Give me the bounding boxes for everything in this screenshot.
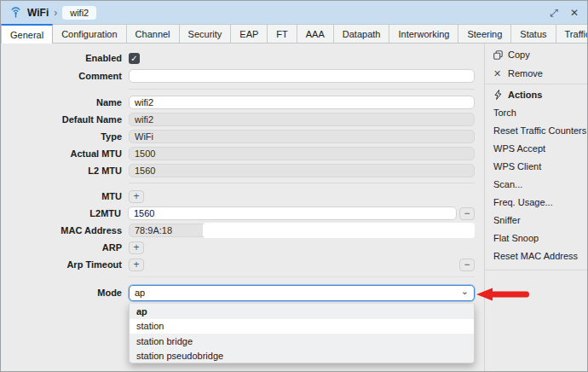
remove-button[interactable]: ✕ Remove	[485, 64, 588, 83]
enabled-checkbox[interactable]: ✓	[129, 53, 140, 64]
action-freq-usage[interactable]: Freq. Usage...	[485, 193, 588, 211]
actual-mtu-field	[129, 147, 475, 160]
sidebar-separator	[485, 270, 588, 270]
tab-channel[interactable]: Channel	[127, 24, 180, 43]
arp-timeout-add-button[interactable]: +	[129, 259, 144, 271]
mac-address-label: MAC Address	[1, 225, 122, 235]
arp-timeout-row: Arp Timeout + −	[1, 257, 475, 272]
mtu-label: MTU	[1, 191, 122, 201]
mode-option-station-bridge[interactable]: station bridge	[130, 334, 474, 349]
comment-input[interactable]	[129, 69, 475, 83]
l2-mtu-row: L2 MTU	[1, 163, 475, 178]
form-separator	[129, 183, 475, 183]
name-row: Name	[1, 95, 475, 110]
type-field	[129, 130, 475, 143]
name-label: Name	[1, 97, 122, 108]
action-flat-snoop[interactable]: Flat Snoop	[485, 229, 588, 247]
tab-status[interactable]: Status	[511, 24, 556, 43]
restore-icon[interactable]: ⤢	[550, 8, 558, 18]
general-form: Enabled ✓ Comment Name Default Name	[1, 44, 484, 372]
red-arrow-annotation	[476, 287, 531, 305]
action-wps-client[interactable]: WPS Client	[485, 157, 588, 175]
mode-dropdown-list: ap station station bridge station pseudo…	[129, 304, 475, 363]
arp-timeout-remove-button[interactable]: −	[459, 259, 475, 271]
l2mtu-row: L2MTU −	[1, 206, 475, 221]
tab-steering[interactable]: Steering	[458, 24, 511, 43]
mode-select-value: ap	[135, 288, 145, 298]
action-reset-traffic-counters[interactable]: Reset Traffic Counters	[485, 121, 588, 139]
arp-add-button[interactable]: +	[129, 241, 144, 254]
comment-row: Comment	[1, 68, 475, 84]
sidebar-separator	[485, 84, 588, 84]
mac-address-row: MAC Address	[1, 223, 475, 238]
breadcrumb-root[interactable]: WiFi	[27, 7, 49, 19]
mode-option-station[interactable]: station	[130, 319, 474, 334]
actual-mtu-label: Actual MTU	[1, 148, 122, 159]
mode-select[interactable]: ap ⌄	[129, 285, 475, 301]
mtu-row: MTU +	[1, 189, 475, 204]
name-input[interactable]	[129, 96, 475, 109]
arp-row: ARP +	[1, 240, 475, 255]
l2-mtu-field	[129, 164, 475, 177]
arp-label: ARP	[1, 242, 122, 253]
action-wps-accept[interactable]: WPS Accept	[485, 139, 588, 157]
mtu-add-button[interactable]: +	[129, 190, 144, 203]
default-name-row: Default Name	[1, 112, 475, 127]
action-reset-mac-address[interactable]: Reset MAC Address	[485, 247, 588, 264]
copy-button[interactable]: Copy	[485, 45, 588, 64]
action-torch[interactable]: Torch	[485, 103, 588, 121]
action-sniffer[interactable]: Sniffer	[485, 211, 588, 229]
mode-option-station-pseudobridge[interactable]: station pseudobridge	[130, 349, 474, 364]
mode-option-ap[interactable]: ap	[130, 304, 474, 319]
redaction-box	[203, 223, 475, 238]
breadcrumb-separator: ›	[54, 7, 57, 19]
mode-label: Mode	[1, 288, 122, 298]
type-label: Type	[1, 131, 122, 142]
comment-label: Comment	[1, 71, 122, 81]
tab-security[interactable]: Security	[180, 24, 232, 43]
tab-configuration[interactable]: Configuration	[53, 24, 126, 43]
actions-lightning-icon	[493, 90, 508, 100]
mode-row: Mode ap ⌄	[1, 284, 475, 301]
tab-interworking[interactable]: Interworking	[389, 24, 458, 43]
form-separator	[129, 89, 475, 90]
l2mtu-remove-button[interactable]: −	[459, 207, 475, 220]
tab-traffic[interactable]: Traffic	[556, 24, 588, 43]
type-row: Type	[1, 129, 475, 144]
tab-ft[interactable]: FT	[268, 24, 297, 43]
enabled-row: Enabled ✓	[1, 50, 475, 66]
actions-header-label: Actions	[508, 90, 542, 100]
title-bar: WiFi › wifi2 ⤢ ✕	[1, 1, 587, 24]
remove-icon: ✕	[493, 68, 508, 79]
l2mtu-input[interactable]	[128, 206, 457, 220]
tab-eap[interactable]: EAP	[231, 24, 268, 43]
l2mtu-label: L2MTU	[1, 208, 121, 218]
actions-header: Actions	[485, 85, 588, 103]
tab-aaa[interactable]: AAA	[297, 24, 334, 43]
wifi-antenna-icon	[9, 6, 22, 19]
breadcrumb-current: wifi2	[62, 6, 96, 20]
tab-bar: General Configuration Channel Security E…	[1, 24, 587, 44]
copy-icon	[493, 50, 508, 60]
default-name-field	[129, 113, 475, 126]
copy-label: Copy	[508, 49, 530, 60]
tab-datapath[interactable]: Datapath	[334, 24, 390, 43]
chevron-down-icon: ⌄	[461, 286, 469, 297]
close-icon[interactable]: ✕	[570, 8, 579, 18]
arp-timeout-label: Arp Timeout	[1, 259, 122, 270]
form-separator	[129, 276, 475, 277]
enabled-label: Enabled	[1, 53, 122, 63]
wifi-interface-window: WiFi › wifi2 ⤢ ✕ General Configuration C…	[0, 0, 588, 372]
action-scan[interactable]: Scan...	[485, 175, 588, 193]
default-name-label: Default Name	[1, 114, 122, 125]
actions-sidebar: Copy ✕ Remove Actions Torch Reset Traffi…	[484, 44, 588, 372]
remove-label: Remove	[508, 68, 543, 78]
tab-general[interactable]: General	[1, 24, 53, 44]
l2-mtu-label: L2 MTU	[1, 166, 122, 176]
actual-mtu-row: Actual MTU	[1, 146, 475, 161]
